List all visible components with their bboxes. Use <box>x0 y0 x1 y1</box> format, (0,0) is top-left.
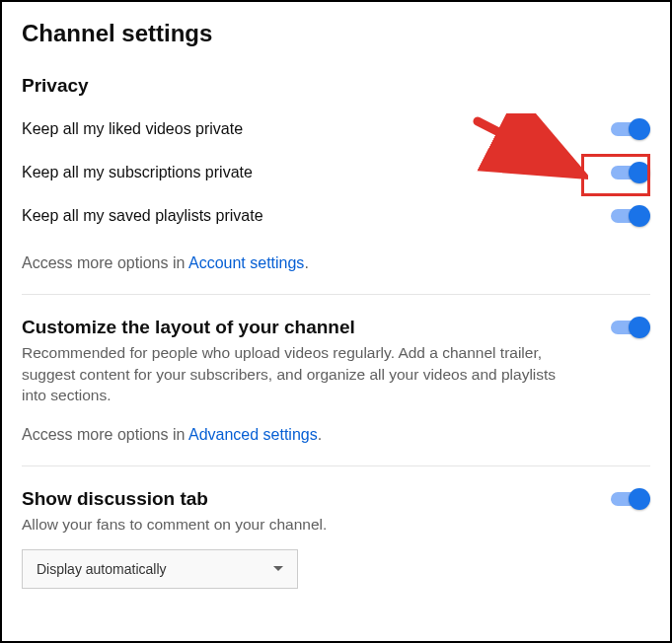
hint-suffix: . <box>318 426 322 443</box>
advanced-settings-link[interactable]: Advanced settings <box>188 426 318 443</box>
privacy-row-subscriptions: Keep all my subscriptions private <box>22 154 650 191</box>
discussion-section: Show discussion tab Allow your fans to c… <box>22 488 650 589</box>
discussion-toggle[interactable] <box>611 488 650 510</box>
customize-layout-heading: Customize the layout of your channel <box>22 317 355 338</box>
divider <box>22 294 650 295</box>
hint-prefix: Access more options in <box>22 426 188 443</box>
discussion-description: Allow your fans to comment on your chann… <box>22 514 574 536</box>
hint-suffix: . <box>304 254 308 271</box>
liked-videos-label: Keep all my liked videos private <box>22 120 243 138</box>
toggle-thumb <box>629 317 650 338</box>
privacy-row-liked-videos: Keep all my liked videos private <box>22 110 650 148</box>
privacy-heading: Privacy <box>22 75 650 97</box>
chevron-down-icon <box>273 566 283 571</box>
discussion-mode-dropdown[interactable]: Display automatically <box>22 549 298 589</box>
toggle-thumb <box>629 205 650 227</box>
privacy-hint: Access more options in Account settings. <box>22 254 650 272</box>
dropdown-value: Display automatically <box>37 561 167 577</box>
discussion-heading: Show discussion tab <box>22 488 208 510</box>
divider <box>22 465 650 466</box>
playlists-toggle[interactable] <box>611 205 650 227</box>
account-settings-link[interactable]: Account settings <box>188 254 304 271</box>
privacy-section: Privacy Keep all my liked videos private… <box>22 75 650 272</box>
customize-layout-description: Recommended for people who upload videos… <box>22 342 574 406</box>
page-title: Channel settings <box>22 20 650 47</box>
hint-prefix: Access more options in <box>22 254 188 271</box>
privacy-row-playlists: Keep all my saved playlists private <box>22 197 650 235</box>
toggle-thumb <box>629 488 650 510</box>
subscriptions-label: Keep all my subscriptions private <box>22 164 253 181</box>
liked-videos-toggle[interactable] <box>611 118 650 140</box>
toggle-thumb <box>629 162 650 183</box>
layout-hint: Access more options in Advanced settings… <box>22 426 650 444</box>
toggle-thumb <box>629 118 650 140</box>
customize-layout-toggle[interactable] <box>611 317 650 338</box>
customize-layout-section: Customize the layout of your channel Rec… <box>22 317 650 444</box>
playlists-label: Keep all my saved playlists private <box>22 207 263 225</box>
subscriptions-toggle[interactable] <box>611 162 650 183</box>
